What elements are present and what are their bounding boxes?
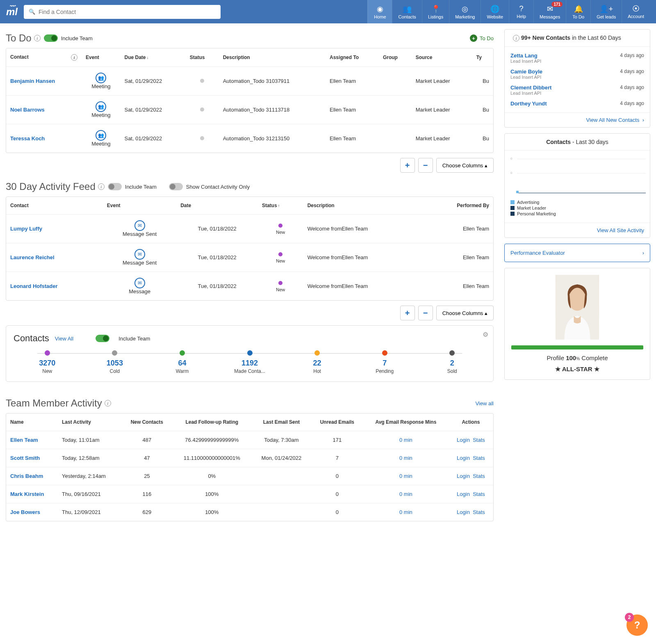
profile-card: Profile 100% Complete ★ ALL-STAR ★ bbox=[504, 268, 650, 380]
table-row: Noel Barrows 👥Meeting Sat, 01/29/2022 Au… bbox=[6, 96, 493, 124]
nav-account[interactable]: ⦿Account bbox=[622, 0, 650, 23]
legend-item: Personal Marketing bbox=[510, 211, 644, 216]
col-header[interactable]: Description bbox=[303, 197, 423, 215]
col-header[interactable]: Due Date↓ bbox=[120, 48, 185, 67]
todo-include-team-label: Include Team bbox=[61, 35, 93, 41]
contact-link[interactable]: Clement Dibbert bbox=[510, 84, 551, 91]
search-box[interactable]: 🔍 bbox=[24, 5, 221, 19]
member-link[interactable]: Ellen Team bbox=[10, 437, 38, 443]
stage-pending[interactable]: 7Pending bbox=[351, 350, 419, 374]
legend-item: Market Leader bbox=[510, 206, 644, 210]
performance-evaluator[interactable]: Performance Evaluator › bbox=[504, 244, 650, 262]
activity-contact-only-toggle[interactable] bbox=[169, 183, 183, 190]
stats-link[interactable]: Stats bbox=[473, 491, 485, 497]
contacts-view-all[interactable]: View All bbox=[55, 336, 73, 342]
remove-column-button[interactable]: − bbox=[418, 306, 433, 320]
contacts-chart: 0 0 bbox=[505, 151, 650, 196]
stats-link[interactable]: Stats bbox=[473, 509, 485, 515]
nav-get-leads[interactable]: 👤+Get leads bbox=[590, 0, 622, 23]
col-header[interactable]: Date bbox=[176, 197, 258, 215]
contact-link[interactable]: Teressa Koch bbox=[10, 135, 45, 142]
view-all-site-activity[interactable]: View All Site Activity bbox=[597, 227, 644, 233]
stage-sold[interactable]: 2Sold bbox=[418, 350, 486, 374]
logo[interactable]: ml bbox=[6, 6, 18, 18]
search-input[interactable] bbox=[39, 9, 216, 15]
col-header[interactable]: Avg Email Response Mins bbox=[363, 413, 449, 431]
contact-link[interactable]: Dorthey Yundt bbox=[510, 100, 547, 107]
stats-link[interactable]: Stats bbox=[473, 455, 485, 461]
col-header[interactable]: Status↑ bbox=[258, 197, 303, 215]
add-todo-button[interactable]: + To Do bbox=[470, 34, 494, 42]
stage-hot[interactable]: 22Hot bbox=[283, 350, 351, 374]
stage-madeconta[interactable]: 1192Made Conta... bbox=[216, 350, 284, 374]
stage-warm[interactable]: 64Warm bbox=[148, 350, 216, 374]
col-header[interactable]: Actions bbox=[449, 413, 493, 431]
remove-column-button[interactable]: − bbox=[418, 158, 433, 173]
gear-icon[interactable]: ⚙ bbox=[483, 331, 488, 338]
contacts-include-team-toggle[interactable] bbox=[96, 335, 109, 342]
col-header[interactable]: Performed By bbox=[423, 197, 493, 215]
info-icon[interactable]: i bbox=[34, 35, 41, 41]
login-link[interactable]: Login bbox=[457, 509, 470, 515]
table-row: Lumpy Luffy ✉Message Sent Tue, 01/18/202… bbox=[6, 215, 493, 243]
stats-link[interactable]: Stats bbox=[473, 473, 485, 479]
table-row: Chris Beahm Yesterday, 2:14am 25 0% 0 0 … bbox=[6, 467, 493, 485]
login-link[interactable]: Login bbox=[457, 491, 470, 497]
nav-messages[interactable]: 171✉Messages bbox=[533, 0, 566, 23]
col-header[interactable]: Last Email Sent bbox=[252, 413, 311, 431]
login-link[interactable]: Login bbox=[457, 455, 470, 461]
contact-link[interactable]: Zetta Lang bbox=[510, 53, 541, 59]
info-icon[interactable]: i bbox=[513, 35, 519, 41]
stage-new[interactable]: 3270New bbox=[14, 350, 81, 374]
member-link[interactable]: Chris Beahm bbox=[10, 473, 43, 479]
info-icon[interactable]: i bbox=[105, 400, 111, 406]
nav-marketing[interactable]: ◎Marketing bbox=[449, 0, 481, 23]
table-row: Benjamin Hansen 👥Meeting Sat, 01/29/2022… bbox=[6, 67, 493, 96]
col-header[interactable]: Contact bbox=[6, 197, 103, 215]
status-dot bbox=[278, 224, 282, 228]
col-header[interactable]: Last Activity bbox=[58, 413, 122, 431]
login-link[interactable]: Login bbox=[457, 437, 470, 443]
stats-link[interactable]: Stats bbox=[473, 437, 485, 443]
col-header[interactable]: Source bbox=[412, 48, 472, 67]
choose-columns-button[interactable]: Choose Columns ▴ bbox=[436, 158, 494, 173]
view-all-new-contacts[interactable]: View All New Contacts › bbox=[586, 117, 644, 123]
col-header[interactable]: New Contacts bbox=[122, 413, 172, 431]
col-header[interactable]: Description bbox=[219, 48, 326, 67]
contact-link[interactable]: Laurence Reichel bbox=[10, 254, 55, 260]
status-dot bbox=[278, 281, 282, 285]
member-link[interactable]: Scott Smith bbox=[10, 455, 40, 461]
member-link[interactable]: Joe Bowers bbox=[10, 509, 40, 515]
contact-link[interactable]: Camie Boyle bbox=[510, 69, 542, 75]
info-icon[interactable]: i bbox=[98, 183, 105, 190]
col-header[interactable]: Event bbox=[103, 197, 176, 215]
nav-to-do[interactable]: 🔔To Do bbox=[566, 0, 590, 23]
login-link[interactable]: Login bbox=[457, 473, 470, 479]
nav-listings[interactable]: 📍Listings bbox=[422, 0, 449, 23]
nav-home[interactable]: ◉Home bbox=[367, 0, 392, 23]
team-view-all[interactable]: View all bbox=[475, 400, 494, 406]
col-header[interactable]: Name bbox=[6, 413, 58, 431]
activity-include-team-toggle[interactable] bbox=[108, 183, 122, 190]
col-header[interactable]: Event bbox=[82, 48, 120, 67]
contact-link[interactable]: Leonard Hofstader bbox=[10, 283, 58, 289]
col-header[interactable]: Assigned To bbox=[326, 48, 379, 67]
todo-include-team-toggle[interactable] bbox=[44, 34, 58, 42]
add-column-button[interactable]: + bbox=[400, 306, 415, 320]
add-column-button[interactable]: + bbox=[400, 158, 415, 173]
col-header[interactable]: Contacti bbox=[6, 48, 82, 67]
col-header[interactable]: Ty bbox=[472, 48, 493, 67]
col-header[interactable]: Lead Follow-up Rating bbox=[172, 413, 252, 431]
nav-website[interactable]: 🌐Website bbox=[481, 0, 509, 23]
choose-columns-button[interactable]: Choose Columns ▴ bbox=[436, 306, 494, 320]
nav-contacts[interactable]: 👥Contacts bbox=[392, 0, 421, 23]
col-header[interactable]: Unread Emails bbox=[311, 413, 363, 431]
nav-help[interactable]: ?Help bbox=[509, 0, 533, 23]
col-header[interactable]: Status bbox=[186, 48, 219, 67]
col-header[interactable]: Group bbox=[379, 48, 412, 67]
contact-link[interactable]: Lumpy Luffy bbox=[10, 226, 42, 232]
stage-cold[interactable]: 1053Cold bbox=[81, 350, 149, 374]
contact-link[interactable]: Benjamin Hansen bbox=[10, 78, 55, 84]
member-link[interactable]: Mark Kirstein bbox=[10, 491, 44, 497]
contact-link[interactable]: Noel Barrows bbox=[10, 107, 45, 113]
